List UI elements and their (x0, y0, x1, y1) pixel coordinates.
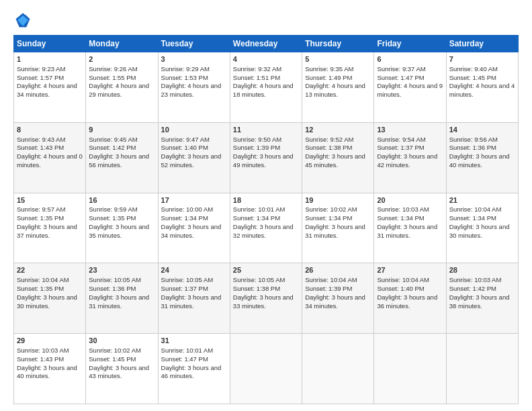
sunset-label: Sunset: 1:43 PM (17, 144, 64, 151)
day-number: 9 (89, 125, 154, 135)
day-cell (302, 334, 374, 404)
day-cell: 25Sunrise: 10:05 AMSunset: 1:38 PMDaylig… (230, 263, 302, 334)
daylight-label: Daylight: 3 hours and 43 minutes. (89, 364, 149, 380)
day-cell: 29Sunrise: 10:03 AMSunset: 1:43 PMDaylig… (14, 334, 86, 404)
daylight-label: Daylight: 3 hours and 37 minutes. (17, 223, 77, 239)
day-number: 1 (17, 54, 83, 64)
weekday-monday: Monday (86, 36, 158, 52)
sunrise-label: Sunrise: 10:03 AM (17, 347, 69, 354)
daylight-label: Daylight: 3 hours and 31 minutes. (377, 223, 437, 239)
daylight-label: Daylight: 4 hours and 4 minutes. (449, 82, 515, 98)
sunrise-label: Sunrise: 9:35 AM (305, 65, 353, 73)
sunset-label: Sunset: 1:37 PM (377, 144, 424, 151)
sunset-label: Sunset: 1:38 PM (233, 285, 280, 292)
daylight-label: Daylight: 3 hours and 38 minutes. (449, 293, 510, 310)
sunset-label: Sunset: 1:35 PM (89, 214, 136, 222)
day-cell: 6Sunrise: 9:37 AMSunset: 1:47 PMDaylight… (374, 52, 446, 123)
sunset-label: Sunset: 1:35 PM (17, 214, 64, 222)
weekday-wednesday: Wednesday (230, 36, 302, 52)
sunset-label: Sunset: 1:40 PM (161, 144, 208, 151)
week-row-1: 1Sunrise: 9:23 AMSunset: 1:57 PMDaylight… (14, 52, 519, 123)
daylight-label: Daylight: 3 hours and 40 minutes. (449, 152, 510, 169)
weekday-friday: Friday (374, 36, 446, 52)
sunrise-label: Sunrise: 10:03 AM (377, 205, 429, 213)
daylight-label: Daylight: 3 hours and 34 minutes. (161, 223, 222, 239)
daylight-label: Daylight: 3 hours and 45 minutes. (305, 152, 365, 169)
day-cell: 4Sunrise: 9:32 AMSunset: 1:51 PMDaylight… (230, 52, 302, 123)
day-cell: 16Sunrise: 9:59 AMSunset: 1:35 PMDayligh… (86, 193, 158, 263)
day-cell: 9Sunrise: 9:45 AMSunset: 1:42 PMDaylight… (86, 122, 158, 193)
day-number: 23 (89, 265, 154, 275)
day-cell: 13Sunrise: 9:54 AMSunset: 1:37 PMDayligh… (374, 122, 446, 193)
daylight-label: Daylight: 3 hours and 40 minutes. (17, 364, 77, 380)
daylight-label: Daylight: 4 hours and 13 minutes. (305, 82, 365, 98)
day-number: 30 (89, 336, 154, 346)
day-cell: 7Sunrise: 9:40 AMSunset: 1:45 PMDaylight… (446, 52, 518, 123)
sunrise-label: Sunrise: 9:50 AM (233, 136, 281, 143)
daylight-label: Daylight: 3 hours and 52 minutes. (161, 152, 222, 169)
sunrise-label: Sunrise: 9:40 AM (449, 65, 498, 73)
sunrise-label: Sunrise: 9:43 AM (17, 136, 65, 143)
sunrise-label: Sunrise: 9:47 AM (161, 136, 210, 143)
daylight-label: Daylight: 3 hours and 42 minutes. (377, 152, 437, 169)
sunrise-label: Sunrise: 10:05 AM (89, 276, 141, 283)
day-cell: 30Sunrise: 10:02 AMSunset: 1:45 PMDaylig… (86, 334, 158, 404)
day-number: 24 (161, 265, 227, 275)
day-cell (446, 334, 518, 404)
daylight-label: Daylight: 3 hours and 30 minutes. (449, 223, 510, 239)
sunrise-label: Sunrise: 10:01 AM (161, 347, 214, 354)
week-row-2: 8Sunrise: 9:43 AMSunset: 1:43 PMDaylight… (14, 122, 519, 193)
week-row-4: 22Sunrise: 10:04 AMSunset: 1:35 PMDaylig… (14, 263, 519, 334)
sunrise-label: Sunrise: 10:03 AM (449, 276, 502, 283)
sunset-label: Sunset: 1:34 PM (161, 214, 208, 222)
sunrise-label: Sunrise: 10:04 AM (305, 276, 357, 283)
sunrise-label: Sunrise: 9:56 AM (449, 136, 498, 143)
day-number: 19 (305, 195, 371, 205)
day-cell: 28Sunrise: 10:03 AMSunset: 1:42 PMDaylig… (446, 263, 518, 334)
day-number: 7 (449, 54, 515, 64)
logo-icon (13, 11, 32, 30)
sunrise-label: Sunrise: 9:32 AM (233, 65, 281, 73)
week-row-3: 15Sunrise: 9:57 AMSunset: 1:35 PMDayligh… (14, 193, 519, 263)
page: SundayMondayTuesdayWednesdayThursdayFrid… (0, 0, 532, 411)
logo (13, 11, 35, 30)
sunrise-label: Sunrise: 9:59 AM (89, 205, 137, 213)
sunset-label: Sunset: 1:47 PM (377, 74, 424, 81)
day-number: 8 (17, 125, 83, 135)
day-cell: 17Sunrise: 10:00 AMSunset: 1:34 PMDaylig… (158, 193, 230, 263)
daylight-label: Daylight: 4 hours and 29 minutes. (89, 82, 149, 98)
sunset-label: Sunset: 1:40 PM (377, 285, 424, 292)
day-cell (230, 334, 302, 404)
daylight-label: Daylight: 3 hours and 30 minutes. (17, 293, 77, 310)
sunrise-label: Sunrise: 10:04 AM (449, 205, 502, 213)
sunrise-label: Sunrise: 10:05 AM (233, 276, 285, 283)
sunrise-label: Sunrise: 10:02 AM (89, 347, 141, 354)
day-number: 11 (233, 125, 299, 135)
sunset-label: Sunset: 1:38 PM (305, 144, 352, 151)
sunrise-label: Sunrise: 9:52 AM (305, 136, 353, 143)
daylight-label: Daylight: 3 hours and 56 minutes. (89, 152, 149, 169)
sunset-label: Sunset: 1:45 PM (449, 74, 496, 81)
day-number: 26 (305, 265, 371, 275)
daylight-label: Daylight: 4 hours and 9 minutes. (377, 82, 443, 98)
sunrise-label: Sunrise: 9:26 AM (89, 65, 137, 73)
day-cell (374, 334, 446, 404)
day-number: 15 (17, 195, 83, 205)
sunset-label: Sunset: 1:42 PM (89, 144, 136, 151)
daylight-label: Daylight: 3 hours and 36 minutes. (377, 293, 437, 310)
sunrise-label: Sunrise: 9:54 AM (377, 136, 425, 143)
sunset-label: Sunset: 1:34 PM (233, 214, 280, 222)
sunset-label: Sunset: 1:34 PM (449, 214, 496, 222)
sunset-label: Sunset: 1:34 PM (305, 214, 352, 222)
sunset-label: Sunset: 1:57 PM (17, 74, 64, 81)
sunset-label: Sunset: 1:34 PM (377, 214, 424, 222)
daylight-label: Daylight: 4 hours and 34 minutes. (17, 82, 77, 98)
weekday-sunday: Sunday (14, 36, 86, 52)
daylight-label: Daylight: 4 hours and 23 minutes. (161, 82, 222, 98)
day-number: 27 (377, 265, 443, 275)
day-cell: 12Sunrise: 9:52 AMSunset: 1:38 PMDayligh… (302, 122, 374, 193)
day-cell: 23Sunrise: 10:05 AMSunset: 1:36 PMDaylig… (86, 263, 158, 334)
day-cell: 1Sunrise: 9:23 AMSunset: 1:57 PMDaylight… (14, 52, 86, 123)
daylight-label: Daylight: 3 hours and 49 minutes. (233, 152, 294, 169)
weekday-header-row: SundayMondayTuesdayWednesdayThursdayFrid… (14, 36, 519, 52)
